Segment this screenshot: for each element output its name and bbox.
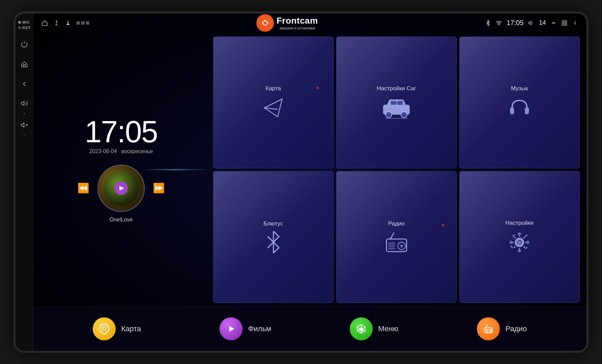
red-dot-radio	[442, 224, 444, 226]
app-karta-label: Карта	[265, 85, 281, 92]
red-dot-karta	[316, 87, 319, 89]
app-tile-radio[interactable]: Радио	[336, 171, 457, 303]
svg-rect-18	[397, 101, 403, 104]
clock-time: 17:05	[85, 117, 157, 147]
svg-rect-11	[565, 23, 567, 25]
volume-down-label: −	[23, 133, 25, 137]
app-tile-nastroyki[interactable]: Настройки	[459, 171, 580, 303]
app-nastroyki-car-label: Настройки Car	[377, 85, 416, 92]
taskbar-item-radio[interactable]: Радио	[477, 317, 527, 340]
device-frame: MIC RST	[14, 11, 588, 353]
back-button[interactable]	[19, 78, 30, 89]
status-volume-icon	[528, 20, 534, 26]
main-screen: Frontcam магазин и установка	[33, 14, 586, 351]
taskbar-item-menu[interactable]: Меню	[350, 317, 398, 340]
svg-point-4	[56, 21, 57, 22]
svg-line-24	[390, 233, 394, 239]
svg-point-30	[400, 245, 402, 247]
main-content: 17:05 2023-06-04 воскресенье ⏪ ⏩	[33, 32, 586, 307]
player-controls: ⏪ ⏩	[77, 165, 165, 212]
logo-text: Frontcam магазин и установка	[277, 16, 318, 30]
svg-point-15	[386, 112, 392, 118]
app-bluetooth-icon	[262, 231, 284, 253]
rst-label: RST	[22, 26, 31, 30]
app-tile-nastroyki-car[interactable]: Настройки Car	[336, 37, 457, 168]
app-settings-icon	[508, 230, 531, 254]
power-button[interactable]	[19, 39, 30, 50]
taskbar-karta-label: Карта	[121, 324, 141, 333]
app-tile-karta[interactable]: Карта	[213, 37, 333, 168]
rewind-button[interactable]: ⏪	[77, 183, 89, 194]
app-karta-icon	[261, 96, 285, 120]
svg-point-16	[401, 112, 407, 118]
play-button[interactable]	[114, 181, 128, 195]
svg-rect-9	[565, 21, 567, 22]
status-recent-icon[interactable]	[561, 20, 568, 26]
volume-down-button[interactable]	[19, 120, 30, 130]
logo-subtitle-label: магазин и установка	[277, 26, 318, 30]
taskbar: Карта Фильм	[33, 307, 586, 351]
status-volume-number: 14	[539, 19, 546, 26]
taskbar-radio-label: Радио	[505, 324, 527, 333]
volume-up-label: +	[23, 112, 25, 116]
svg-point-35	[103, 327, 105, 329]
app-radio-icon	[384, 231, 409, 253]
home-button[interactable]	[19, 59, 30, 70]
status-usb-icon	[53, 20, 60, 26]
status-wifi-icon	[496, 20, 502, 26]
status-back-icon[interactable]	[572, 20, 578, 26]
svg-rect-21	[510, 107, 514, 114]
clock-date: 2023-06-04 воскресенье	[85, 148, 157, 154]
track-name: OnelLove	[110, 217, 133, 223]
taskbar-menu-label: Меню	[378, 324, 398, 333]
taskbar-item-film[interactable]: Фильм	[219, 317, 271, 340]
volume-up-button[interactable]	[19, 98, 30, 109]
svg-marker-0	[21, 101, 24, 105]
taskbar-item-karta[interactable]: Карта	[93, 317, 141, 340]
app-bluetooth-label: Блютус	[263, 220, 283, 227]
player-area: 17:05 2023-06-04 воскресенье ⏪ ⏩	[33, 32, 209, 307]
mic-led	[18, 21, 21, 24]
logo-container: Frontcam магазин и установка	[256, 14, 318, 32]
svg-rect-8	[562, 21, 564, 22]
svg-rect-22	[525, 107, 529, 114]
status-center: Frontcam магазин и установка	[89, 14, 485, 32]
svg-marker-36	[229, 326, 234, 332]
taskbar-radio-btn[interactable]	[477, 317, 500, 340]
album-art	[97, 165, 145, 212]
taskbar-film-btn[interactable]	[219, 317, 242, 340]
status-bluetooth-icon	[485, 20, 491, 26]
app-nastroyki-label: Настройки	[505, 220, 533, 226]
left-buttons-panel: MIC RST	[16, 14, 33, 351]
svg-rect-10	[562, 23, 564, 25]
apps-grid: Карта Настройки Car	[209, 32, 586, 307]
app-tile-muzyk[interactable]: Музык	[459, 37, 580, 168]
app-tile-bluetooth[interactable]: Блютус	[213, 171, 333, 303]
status-left	[41, 20, 89, 26]
svg-rect-17	[391, 101, 396, 104]
svg-line-44	[486, 325, 487, 327]
svg-marker-1	[21, 123, 24, 127]
status-usb2-icon	[65, 20, 71, 26]
app-muzyk-label: Музык	[511, 85, 528, 92]
app-headphones-icon	[508, 96, 531, 120]
logo-icon	[256, 14, 274, 32]
taskbar-karta-btn[interactable]	[93, 317, 116, 340]
logo-name-label: Frontcam	[277, 16, 318, 26]
forward-button[interactable]: ⏩	[153, 183, 165, 194]
status-right: 17:05 14	[485, 19, 578, 27]
app-radio-label: Радио	[388, 220, 404, 227]
clock-display: 17:05 2023-06-04 воскресенье	[85, 117, 157, 154]
play-triangle-icon	[119, 186, 124, 191]
app-car-icon	[381, 96, 412, 120]
status-dots	[76, 21, 89, 25]
mic-indicator: MIC RST	[16, 20, 33, 31]
status-home-icon[interactable]	[41, 20, 48, 26]
status-up-arrow-icon	[551, 20, 557, 26]
taskbar-menu-btn[interactable]	[350, 317, 373, 340]
rst-led	[18, 26, 21, 29]
status-time: 17:05	[507, 19, 524, 27]
status-bar: Frontcam магазин и установка	[33, 14, 586, 32]
svg-marker-7	[529, 21, 531, 25]
taskbar-film-label: Фильм	[248, 324, 271, 333]
